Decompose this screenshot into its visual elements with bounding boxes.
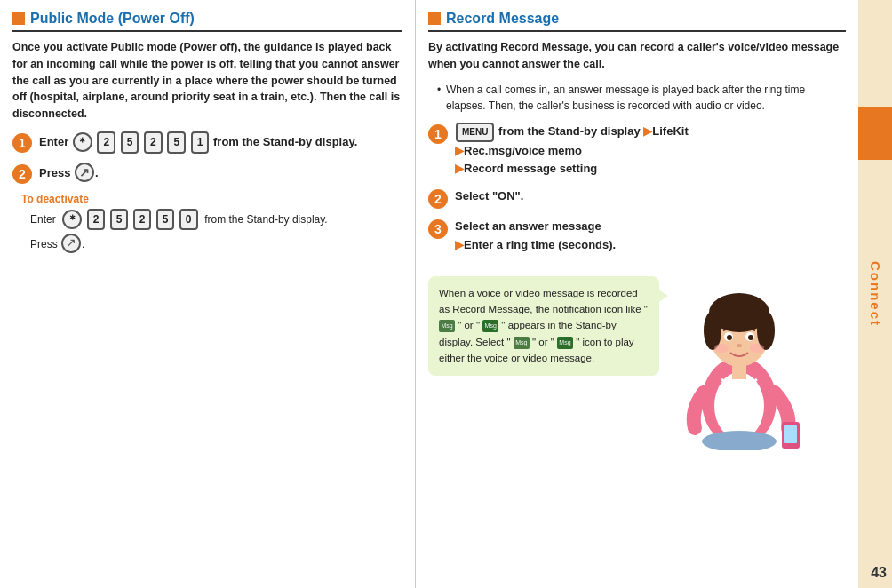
key-5a: 5 <box>121 131 139 154</box>
sidebar-orange-block <box>858 107 892 160</box>
page-number: 43 <box>871 565 887 581</box>
deactivate-title: To deactivate <box>21 193 402 205</box>
msg-icon-4: Msg <box>557 337 573 349</box>
left-step2-number: 2 <box>12 164 32 184</box>
svg-point-12 <box>750 344 764 353</box>
note-box: When a voice or video message is recorde… <box>428 276 659 376</box>
right-section-header: Record Message <box>428 11 846 32</box>
left-step2: 2 Press ↗. <box>12 163 402 184</box>
svg-rect-13 <box>732 363 746 379</box>
right-body-text: By activating Record Message, you can re… <box>428 39 846 73</box>
left-step1-number: 1 <box>12 133 32 153</box>
right-step2-number: 2 <box>428 189 448 209</box>
header-square-left <box>12 12 25 25</box>
header-square-right <box>428 12 441 25</box>
main-content: Public Mode (Power Off) Once you activat… <box>0 0 892 588</box>
svg-point-10 <box>737 344 742 347</box>
left-section-header: Public Mode (Power Off) <box>12 11 402 32</box>
right-step1-number: 1 <box>428 124 448 144</box>
key-star-1: ＊ <box>73 132 92 152</box>
character-image <box>668 264 810 453</box>
key-2a: 2 <box>97 131 115 154</box>
left-panel: Public Mode (Power Off) Once you activat… <box>0 0 416 588</box>
msg-icon-2: Msg <box>482 320 498 332</box>
right-step3-number: 3 <box>428 219 448 239</box>
right-step3-content: Select an answer message ▶Enter a ring t… <box>455 218 846 255</box>
msg-icon-3: Msg <box>514 337 530 349</box>
right-step1: 1 MENU from the Stand-by display ▶LifeKi… <box>428 123 846 179</box>
right-section-title: Record Message <box>446 11 559 27</box>
left-section-title: Public Mode (Power Off) <box>30 11 195 27</box>
left-step2-content: Press ↗. <box>39 163 402 183</box>
left-body-text: Once you activate Public mode (Power off… <box>12 39 402 123</box>
arrow3: ▶ <box>455 162 464 175</box>
right-step2: 2 Select "ON". <box>428 187 846 209</box>
bullet-list: When a call comes in, an answer message … <box>428 82 846 114</box>
left-step1: 1 Enter ＊ 2 5 2 5 1 from the Stand-by di… <box>12 131 402 154</box>
msg-icon-1: Msg <box>439 320 455 332</box>
deactivate-item2: Press ↗. <box>30 234 402 253</box>
deactivate-item1: Enter ＊ 2 5 2 5 0 from the Stand-by disp… <box>30 209 402 230</box>
send-button-icon-2: ↗ <box>61 234 81 253</box>
send-button-icon: ↗ <box>75 163 94 182</box>
key-d2: 2 <box>87 209 106 230</box>
key-d5a: 5 <box>110 209 129 230</box>
bullet-item1: When a call comes in, an answer message … <box>437 82 846 114</box>
sidebar: Connect 43 <box>858 0 892 588</box>
svg-point-16 <box>702 431 777 450</box>
note-area: When a voice or video message is recorde… <box>428 264 846 453</box>
svg-point-8 <box>727 335 732 340</box>
arrow4: ▶ <box>455 238 464 251</box>
menu-key-icon: MENU <box>456 123 494 142</box>
svg-point-11 <box>714 344 729 353</box>
key-d0: 0 <box>179 209 198 230</box>
key-star-2: ＊ <box>62 210 82 229</box>
right-panel: Record Message By activating Record Mess… <box>416 0 858 588</box>
deactivate-section: To deactivate Enter ＊ 2 5 2 5 0 from the… <box>12 193 402 253</box>
key-5b: 5 <box>167 131 186 154</box>
right-step1-content: MENU from the Stand-by display ▶LifeKit … <box>455 123 846 179</box>
key-2b: 2 <box>144 131 163 154</box>
right-step3: 3 Select an answer message ▶Enter a ring… <box>428 218 846 255</box>
deactivate-list: Enter ＊ 2 5 2 5 0 from the Stand-by disp… <box>21 209 402 253</box>
left-step1-content: Enter ＊ 2 5 2 5 1 from the Stand-by disp… <box>39 131 402 154</box>
arrow1: ▶ <box>643 124 652 138</box>
character-svg <box>668 264 810 450</box>
right-step2-content: Select "ON". <box>455 187 846 206</box>
svg-point-1 <box>714 372 764 440</box>
key-d5b: 5 <box>156 209 175 230</box>
sidebar-label: Connect <box>868 261 883 327</box>
arrow2: ▶ <box>455 144 464 157</box>
svg-rect-15 <box>784 425 797 443</box>
key-d2b: 2 <box>133 209 152 230</box>
key-1: 1 <box>191 131 210 154</box>
svg-point-9 <box>748 335 753 340</box>
